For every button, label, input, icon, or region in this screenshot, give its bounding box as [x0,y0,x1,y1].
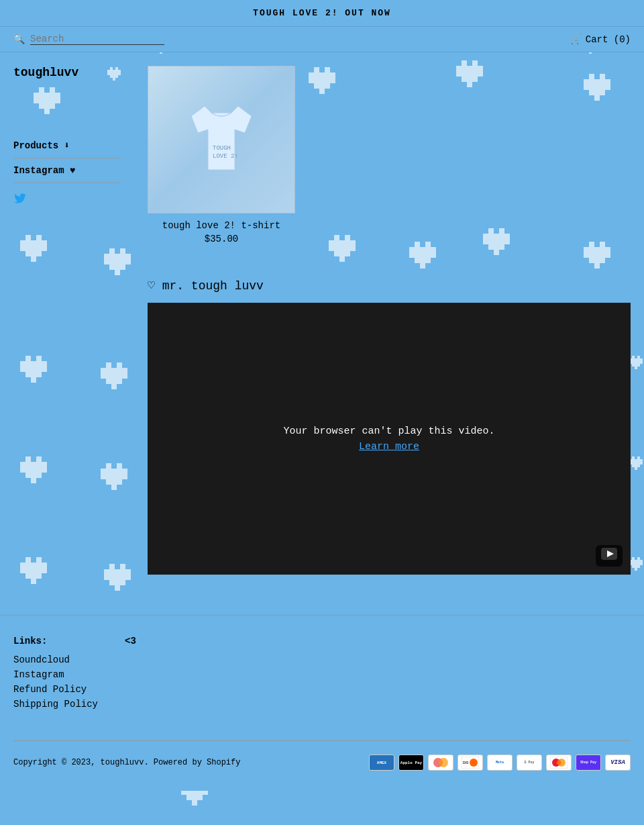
footer-links-heading: Links: [13,636,98,646]
payment-googlepay: G Pay [517,755,542,771]
footer-links-col: Links: Soundcloud Instagram Refund Polic… [13,636,98,714]
search-area: 🔍 [13,34,570,45]
payment-mastercard [546,755,572,771]
main-content: TOUGH LOVE 2! tough love 2! t-shirt $35.… [134,52,644,615]
footer-heart: <3 [125,636,136,646]
cart-label: Cart (0) [586,34,631,45]
footer-bottom: Copyright © 2023, toughluvv. Powered by … [13,740,631,771]
search-input[interactable] [30,34,164,45]
banner-text: TOUGH LOVE 2! OUT NOW [253,8,391,18]
payment-diners [428,755,453,771]
cart-icon: 🛒 [570,34,582,45]
payment-amex: AMEX [369,755,394,771]
main-layout: toughluvv Products ⬇ Instagram ♥ [0,52,644,615]
cart-area[interactable]: 🛒 Cart (0) [570,34,631,45]
svg-rect-179 [192,800,197,806]
video-no-play-text: Your browser can't play this video. [283,426,494,437]
svg-rect-178 [186,795,203,800]
payment-icons: AMEX Apple Pay DIS [369,755,631,771]
svg-text:DIS: DIS [463,761,469,765]
top-banner: TOUGH LOVE 2! OUT NOW [0,0,644,27]
video-learn-more-link[interactable]: Learn more [359,441,419,452]
footer-link-refund[interactable]: Refund Policy [13,684,98,695]
payment-shoppay: Shop Pay [576,755,601,771]
payment-visa: VISA [605,755,631,771]
svg-point-187 [439,758,448,767]
site-title[interactable]: toughluvv [13,66,121,79]
header: 🔍 🛒 Cart (0) [0,27,644,52]
search-icon: 🔍 [13,34,25,45]
product-card[interactable]: TOUGH LOVE 2! tough love 2! t-shirt $35.… [148,66,295,244]
footer-link-shipping[interactable]: Shipping Policy [13,699,98,710]
youtube-icon[interactable] [596,545,623,567]
footer: Links: Soundcloud Instagram Refund Polic… [0,615,644,791]
mr-section-title: ♡ mr. tough luvv [148,278,631,293]
svg-point-194 [557,761,561,765]
nav-products[interactable]: Products ⬇ [13,133,121,158]
product-name: tough love 2! t-shirt [148,220,295,231]
svg-text:LOVE 2!: LOVE 2! [213,153,238,160]
product-image: TOUGH LOVE 2! [148,66,295,213]
footer-copyright: Copyright © 2023, toughluvv. Powered by … [13,758,240,767]
video-container: Your browser can't play this video. Lear… [148,303,631,575]
payment-applepay: Apple Pay [398,755,424,771]
product-image-inner: TOUGH LOVE 2! [148,66,294,213]
footer-heart-col: <3 [125,636,136,714]
footer-link-instagram[interactable]: Instagram [13,669,98,680]
payment-meta: Meta [487,755,513,771]
nav-instagram[interactable]: Instagram ♥ [13,158,121,183]
twitter-link[interactable] [13,183,121,216]
svg-text:TOUGH: TOUGH [213,145,231,152]
sidebar: toughluvv Products ⬇ Instagram ♥ [0,52,134,615]
svg-point-189 [470,759,478,767]
product-price: $35.00 [148,234,295,244]
payment-discover: DIS [458,755,483,771]
footer-link-soundcloud[interactable]: Soundcloud [13,654,98,665]
footer-cols: Links: Soundcloud Instagram Refund Polic… [13,636,631,714]
tshirt-svg: TOUGH LOVE 2! [178,96,265,183]
